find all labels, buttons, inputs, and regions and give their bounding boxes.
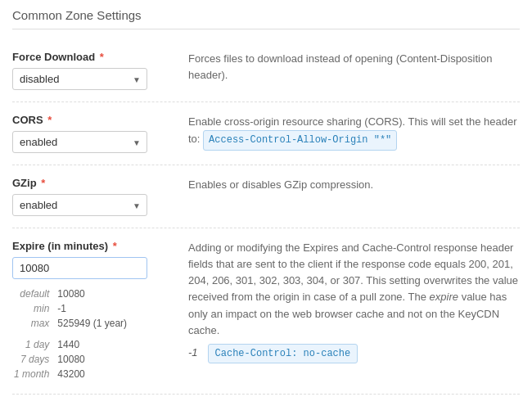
hint-label: 1 day	[14, 338, 56, 351]
hint-value: 43200	[57, 368, 127, 381]
hint-label: min	[14, 302, 56, 315]
hint-label: 1 month	[14, 368, 56, 381]
setting-label-force-download: Force Download *	[12, 51, 172, 63]
setting-row-expire: Expire (in minutes) *default10080min-1ma…	[12, 228, 520, 395]
setting-right-force-download: Forces files to download instead of open…	[188, 51, 520, 90]
select-wrapper-force-download: disabledenabled▼	[12, 68, 147, 90]
code-inline-cors: Access-Control-Allow-Origin "*"	[203, 130, 397, 151]
hint-row: min-1	[14, 302, 127, 315]
hint-row: max525949 (1 year)	[14, 317, 127, 330]
hint-value: 10080	[57, 353, 127, 366]
setting-left-expire: Expire (in minutes) *default10080min-1ma…	[12, 240, 172, 382]
setting-right-gzip: Enables or disables GZip compression.	[188, 177, 520, 216]
page-title: Common Zone Settings	[12, 8, 520, 29]
setting-desc-cors: Enable cross-origin resource sharing (CO…	[188, 114, 520, 151]
setting-label-gzip: GZip *	[12, 177, 172, 189]
setting-right-cors: Enable cross-origin resource sharing (CO…	[188, 114, 520, 153]
setting-row-gzip: GZip *enableddisabled▼Enables or disable…	[12, 165, 520, 228]
hint-value: 1440	[57, 338, 127, 351]
hint-value: 10080	[57, 287, 127, 300]
select-wrapper-cors: enableddisabled▼	[12, 131, 147, 153]
select-cors[interactable]: enableddisabled	[12, 131, 147, 153]
hint-value: 525949 (1 year)	[57, 317, 127, 330]
bottom-row-expire: -1Cache-Control: no-cache	[188, 344, 520, 363]
bottom-val-expire: -1	[188, 345, 198, 361]
select-wrapper-gzip: enableddisabled▼	[12, 194, 147, 216]
hint-value: -1	[57, 302, 127, 315]
hint-label: 7 days	[14, 353, 56, 366]
setting-row-cors: CORS *enableddisabled▼Enable cross-origi…	[12, 102, 520, 165]
setting-desc-force-download: Forces files to download instead of open…	[188, 51, 520, 83]
hint-row: 1 month43200	[14, 368, 127, 381]
setting-left-force-download: Force Download *disabledenabled▼	[12, 51, 172, 90]
hint-label: max	[14, 317, 56, 330]
required-star-expire: *	[110, 240, 117, 252]
hint-row: 7 days10080	[14, 353, 127, 366]
setting-label-cors: CORS *	[12, 114, 172, 126]
setting-label-expire: Expire (in minutes) *	[12, 240, 172, 252]
hint-label: default	[14, 287, 56, 300]
select-gzip[interactable]: enableddisabled	[12, 194, 147, 216]
hint-row: 1 day1440	[14, 338, 127, 351]
setting-left-gzip: GZip *enableddisabled▼	[12, 177, 172, 216]
cache-control-code-expire: Cache-Control: no-cache	[208, 344, 358, 363]
select-force-download[interactable]: disabledenabled	[12, 68, 147, 90]
setting-left-cors: CORS *enableddisabled▼	[12, 114, 172, 153]
required-star-gzip: *	[38, 177, 46, 189]
required-star-force-download: *	[97, 51, 104, 63]
hint-row: default10080	[14, 287, 127, 300]
setting-desc-gzip: Enables or disables GZip compression.	[188, 177, 520, 193]
settings-container: Force Download *disabledenabled▼Forces f…	[12, 39, 520, 395]
setting-row-force-download: Force Download *disabledenabled▼Forces f…	[12, 39, 520, 102]
setting-desc-expire: Adding or modifying the Expires and Cach…	[188, 240, 520, 339]
setting-right-expire: Adding or modifying the Expires and Cach…	[188, 240, 520, 382]
text-input-expire[interactable]	[12, 257, 147, 279]
required-star-cors: *	[45, 114, 52, 126]
hint-table-expire: default10080min-1max525949 (1 year)1 day…	[12, 286, 128, 382]
